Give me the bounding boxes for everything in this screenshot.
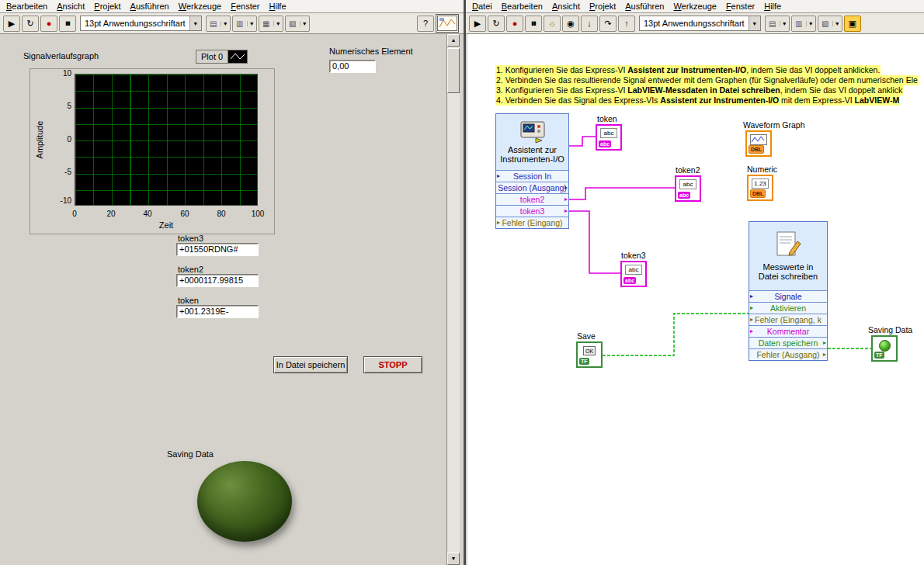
clean-up-diagram-button[interactable]: ▣ <box>844 16 861 32</box>
terminal-row-error-in[interactable]: ▸Fehler (Eingang) <box>496 217 568 228</box>
distribute-objects-dropdown[interactable]: ▥▼ <box>791 16 816 32</box>
scroll-up-button[interactable]: ▲ <box>447 34 460 47</box>
save-to-file-button[interactable]: In Datei speichern <box>273 356 348 373</box>
string-type-icon: abc <box>600 128 617 138</box>
terminal-row-token3[interactable]: token3▸ <box>496 205 568 217</box>
menu-projekt[interactable]: Projekt <box>585 1 620 12</box>
stop-button[interactable]: STOPP <box>363 356 422 373</box>
menu-werkzeuge[interactable]: Werkzeuge <box>174 1 226 12</box>
x-tick: 20 <box>99 210 123 218</box>
abort-button[interactable]: ● <box>506 16 523 32</box>
font-selector-dropdown-icon[interactable]: ▼ <box>189 16 201 30</box>
font-selector[interactable]: 13pt Anwendungsschriftart ▼ <box>639 16 761 31</box>
y-tick: -5 <box>48 168 71 176</box>
plot-legend[interactable]: Plot 0 <box>196 50 248 64</box>
menu-ansicht[interactable]: Ansicht <box>547 1 585 12</box>
numeric-terminal[interactable]: 1.23 DBL <box>747 175 773 201</box>
saving-data-led[interactable] <box>197 461 292 542</box>
express-vi-write-file[interactable]: Messwerte in Datei schreiben ▸Signale ▸A… <box>749 221 828 361</box>
token2-indicator[interactable]: +0000117.99815 <box>176 274 259 287</box>
instruction-line-3: 3. Konfigurieren Sie das Express-VI LabV… <box>495 85 903 95</box>
x-tick: 100 <box>246 210 269 218</box>
run-button[interactable]: ▶ <box>3 16 20 32</box>
waveform-graph-terminal[interactable]: DBL <box>745 130 772 157</box>
font-selector-dropdown-icon[interactable]: ▼ <box>749 16 760 30</box>
terminal-row-error-out[interactable]: Fehler (Ausgang)▸ <box>749 348 827 360</box>
menu-werkzeuge[interactable]: Werkzeuge <box>669 1 721 12</box>
reorder-objects-dropdown[interactable]: ▧▼ <box>285 16 310 32</box>
context-help-button[interactable]: ? <box>417 16 434 32</box>
pause-button[interactable]: ▮▮ <box>59 16 76 32</box>
align-objects-dropdown[interactable]: ▤▼ <box>206 16 231 32</box>
menu-bearbeiten[interactable]: Bearbeiten <box>497 1 547 12</box>
scrollbar-thumb[interactable] <box>447 48 460 93</box>
menu-hilfe[interactable]: Hilfe <box>759 1 786 12</box>
highlight-execution-button[interactable]: ☼ <box>544 16 561 32</box>
token-indicator[interactable]: +001.2319E- <box>176 305 259 318</box>
terminal-row-token2[interactable]: token2▸ <box>496 193 568 205</box>
distribute-objects-dropdown[interactable]: ▥▼ <box>232 16 257 32</box>
menu-ansicht[interactable]: Ansicht <box>52 1 89 12</box>
save-button-terminal[interactable]: OK TF <box>576 341 603 368</box>
token2-terminal[interactable]: abc abc <box>675 175 701 202</box>
terminal-row-daten-speichern[interactable]: Daten speichern▸ <box>749 337 827 348</box>
run-continuous-button[interactable]: ↻ <box>488 16 505 32</box>
express-vi-title: Instrumenten-I/O <box>496 154 568 164</box>
wire-save-to-activate[interactable] <box>603 314 749 355</box>
instrument-io-icon <box>496 119 568 144</box>
token3-indicator[interactable]: +01550RDNG# <box>176 243 259 256</box>
reorder-objects-dropdown[interactable]: ▧▼ <box>818 16 842 32</box>
abort-icon: ● <box>47 19 52 28</box>
run-button[interactable]: ▶ <box>469 16 486 32</box>
saving-data-led-terminal[interactable]: TF <box>871 335 898 362</box>
menu-fenster[interactable]: Fenster <box>721 1 759 12</box>
dbl-tag: DBL <box>750 189 766 198</box>
menu-hilfe[interactable]: Hilfe <box>264 1 290 12</box>
chevron-down-icon: ▼ <box>832 21 842 26</box>
terminal-row-signale[interactable]: ▸Signale <box>749 290 827 302</box>
wire-token3[interactable] <box>569 211 620 273</box>
chevron-down-icon: ▼ <box>780 21 789 26</box>
menu-ausfuehren[interactable]: Ausführen <box>126 1 174 12</box>
express-vi-instrument-io[interactable]: Assistent zur Instrumenten-I/O ▸Session … <box>495 113 569 229</box>
wire-token[interactable] <box>569 137 596 146</box>
step-out-button[interactable]: ↑ <box>618 16 635 32</box>
retain-wire-values-button[interactable]: ◉ <box>562 16 579 32</box>
express-vi-title: Messwerte in <box>749 262 827 272</box>
scroll-down-button[interactable]: ▼ <box>447 553 460 565</box>
retain-wire-values-icon: ◉ <box>567 19 575 29</box>
screen: Bearbeiten Ansicht Projekt Ausführen Wer… <box>0 0 924 565</box>
y-tick: 10 <box>48 69 71 78</box>
tf-tag: TF <box>579 358 589 365</box>
font-selector[interactable]: 13pt Anwendungsschriftart ▼ <box>80 16 202 31</box>
token3-terminal[interactable]: abc abc <box>620 261 647 287</box>
abort-button[interactable]: ● <box>40 16 57 32</box>
menu-datei[interactable]: Datei <box>467 1 497 12</box>
terminal-row-session-out[interactable]: Session (Ausgang)▸ <box>496 182 568 193</box>
clean-up-diagram-icon: ▣ <box>848 19 856 29</box>
align-objects-dropdown[interactable]: ▤▼ <box>765 16 790 32</box>
resize-objects-dropdown[interactable]: ▦▼ <box>259 16 283 32</box>
terminal-row-aktivieren[interactable]: ▸Aktivieren <box>749 302 827 314</box>
font-selector-value: 13pt Anwendungsschriftart <box>640 19 749 28</box>
wire-token2[interactable] <box>569 188 675 199</box>
token-terminal[interactable]: abc abc <box>596 124 622 151</box>
step-into-button[interactable]: ↓ <box>581 16 598 32</box>
vi-icon[interactable] <box>436 14 459 33</box>
terminal-row-session-in[interactable]: ▸Session In <box>496 170 568 182</box>
resize-objects-icon: ▦ <box>259 19 273 28</box>
terminal-row-kommentar[interactable]: ▸Kommentar <box>749 325 827 337</box>
menu-bearbeiten[interactable]: Bearbeiten <box>2 1 52 12</box>
output-arrow-icon: ▸ <box>564 182 568 193</box>
menu-projekt[interactable]: Projekt <box>89 1 125 12</box>
terminal-row-error-in[interactable]: ▸Fehler (Eingang, k <box>749 314 827 325</box>
numeric-indicator[interactable]: 0,00 <box>329 60 376 73</box>
run-continuous-button[interactable]: ↻ <box>22 16 39 32</box>
save-terminal-label: Save <box>577 331 596 341</box>
menu-ausfuehren[interactable]: Ausführen <box>620 1 669 12</box>
pause-button[interactable]: ▮▮ <box>525 16 542 32</box>
menu-fenster[interactable]: Fenster <box>226 1 264 12</box>
step-over-button[interactable]: ↷ <box>599 16 617 32</box>
front-panel-vertical-scrollbar[interactable]: ▲ ▼ <box>446 34 460 565</box>
align-objects-icon: ▤ <box>766 19 780 28</box>
